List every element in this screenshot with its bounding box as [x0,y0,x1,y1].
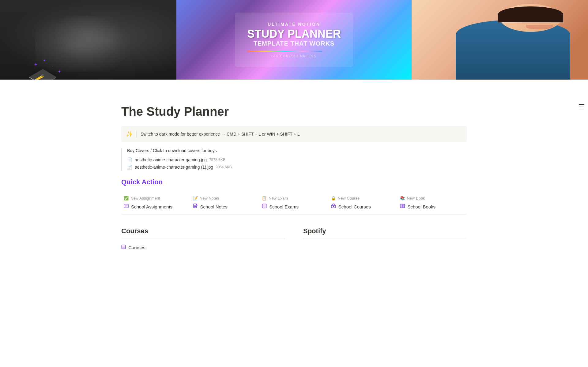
file-item-2[interactable]: 📄 aesthetic-anime-character-gaming (1).j… [127,163,467,171]
new-assignment-icon: ✅ [124,196,129,200]
new-book-icon: 📚 [400,196,405,200]
quick-action-col-4: 🔒 New Course School Courses [329,192,398,215]
courses-link[interactable]: Courses [121,243,285,251]
scrollbar-line-1 [579,104,584,105]
quick-action-section: Quick Action ✅ New Assignment [121,178,467,215]
quick-action-col-2: 📝 New Notes School Note [190,192,260,215]
hero-title: STUDY PLANNER [247,28,341,40]
quick-action-title: Quick Action [121,178,467,186]
scrollbar-line-2 [579,106,584,107]
sparkle-icon: ✦ [43,58,46,63]
file-size-1: 7578.6KB [209,158,225,162]
new-notes-icon: 📝 [193,196,198,200]
school-exams-label: School Exams [269,204,299,209]
block-section: Boy Covers / Click to download covers fo… [121,148,467,171]
callout-text: Switch to dark mode for better experienc… [141,132,300,137]
school-assignments-link[interactable]: School Assignments [124,204,188,210]
school-courses-label: School Courses [338,204,371,209]
new-book-button[interactable]: 📚 New Book [400,196,464,200]
new-course-label: New Course [338,196,360,200]
spotify-section-title: Spotify [303,227,467,235]
hero-left-panel [0,0,176,80]
school-courses-link[interactable]: School Courses [331,204,395,210]
courses-section: Courses Courses [121,227,285,251]
quick-action-col-5: 📚 New Book School Books [398,192,467,215]
courses-section-title: Courses [121,227,285,235]
school-books-label: School Books [407,204,435,209]
courses-link-icon [121,245,126,250]
file-name-2: aesthetic-anime-character-gaming (1).jpg [135,165,213,170]
school-exams-link[interactable]: School Exams [262,204,326,210]
new-notes-button[interactable]: 📝 New Notes [193,196,257,200]
graduation-avatar: ✦ ✦ · ✦ 🎓 [28,66,58,80]
new-book-label: New Book [407,196,425,200]
hero-rainbow-bar [247,51,322,52]
hero-banner: Ultimate Notion STUDY PLANNER TEMPLATE T… [0,0,588,80]
school-notes-label: School Notes [200,204,228,209]
courses-link-label: Courses [128,245,145,250]
new-course-icon: 🔒 [331,196,336,200]
scrollbar-widget [579,104,584,110]
new-assignment-button[interactable]: ✅ New Assignment [124,196,188,200]
school-exams-icon [262,204,267,210]
file-size-2: 9054.6KB [216,165,232,169]
file-name-1: aesthetic-anime-character-gaming.jpg [135,157,207,162]
page-title: The Study Planner [121,104,467,119]
new-course-button[interactable]: 🔒 New Course [331,196,395,200]
callout-sparkle-icon: ✨ [126,131,133,137]
school-assignments-icon [124,204,129,210]
school-assignments-label: School Assignments [131,204,172,209]
scrollbar-line-4 [579,110,584,110]
hero-title-sub: TEMPLATE THAT WORKS [247,40,341,47]
new-notes-label: New Notes [200,196,219,200]
main-content: The Study Planner ✨ Switch to dark mode … [92,80,496,264]
school-courses-icon [331,204,336,210]
quick-action-grid: ✅ New Assignment School Assignments [121,192,467,215]
file-icon-1: 📄 [127,157,132,162]
school-books-icon [400,204,405,210]
file-icon-2: 📄 [127,165,132,170]
spotify-divider [303,239,467,239]
new-exam-label: New Exam [269,196,288,200]
spotify-section: Spotify [303,227,467,251]
hero-subtitle: Ultimate Notion [247,22,341,27]
callout-divider [137,130,137,138]
callout-box: ✨ Switch to dark mode for better experie… [121,126,467,142]
bottom-grid: Courses Courses Spotify [121,227,467,251]
new-assignment-label: New Assignment [130,196,160,200]
graduation-cap-icon: 🎓 [28,66,58,80]
new-exam-icon: 📋 [262,196,267,200]
school-notes-icon [193,204,198,210]
school-books-link[interactable]: School Books [400,204,464,210]
block-label: Boy Covers / Click to download covers fo… [127,148,467,153]
hero-creator: GREGORFS13 MNTESS [247,54,341,58]
courses-divider [121,239,285,239]
file-item-1[interactable]: 📄 aesthetic-anime-character-gaming.jpg 7… [127,156,467,163]
new-exam-button[interactable]: 📋 New Exam [262,196,326,200]
hero-right-panel [412,0,588,80]
svg-point-13 [333,206,334,207]
quick-action-col-1: ✅ New Assignment School Assignments [121,192,190,215]
quick-action-col-3: 📋 New Exam School Exams [259,192,329,215]
hero-center-panel: Ultimate Notion STUDY PLANNER TEMPLATE T… [176,0,412,80]
scrollbar-line-3 [579,108,584,108]
school-notes-link[interactable]: School Notes [193,204,257,210]
